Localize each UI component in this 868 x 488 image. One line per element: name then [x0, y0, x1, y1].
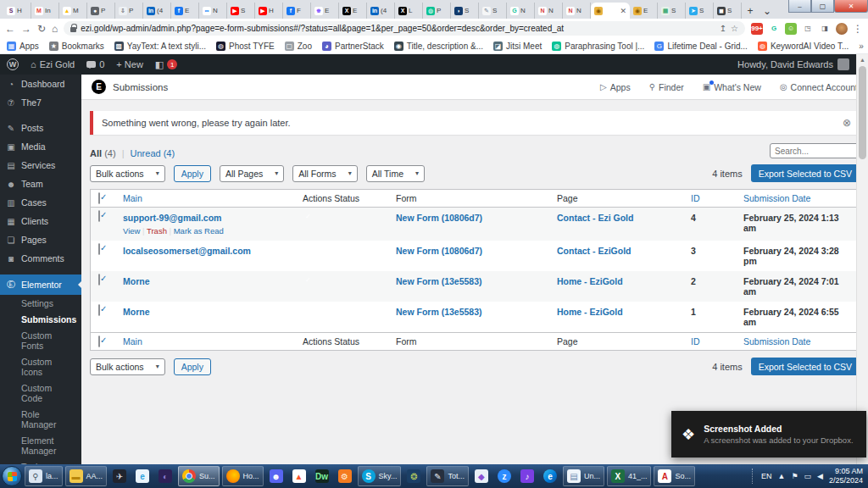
- search-input[interactable]: [770, 143, 860, 158]
- sidebar-submenu-item[interactable]: Role Manager: [0, 406, 81, 432]
- close-button[interactable]: ✕: [834, 0, 868, 13]
- sidebar-submenu-item[interactable]: Custom Code: [0, 380, 81, 406]
- language-indicator[interactable]: EN: [761, 472, 772, 480]
- submission-main-link[interactable]: Morne: [123, 276, 150, 286]
- view-link[interactable]: View: [123, 226, 140, 236]
- taskbar-item[interactable]: S Sky...: [358, 466, 402, 486]
- browser-tab[interactable]: S H: [3, 3, 31, 19]
- sidebar-item[interactable]: ✎ Posts: [0, 119, 81, 137]
- view-all-link[interactable]: All: [90, 148, 102, 158]
- page-link[interactable]: Contact - Ezi Gold: [557, 213, 633, 223]
- bookmark-item[interactable]: ◪ Jitsi Meet: [493, 42, 542, 51]
- taskbar-item[interactable]: ◐: [155, 466, 175, 486]
- column-header-main[interactable]: Main: [118, 190, 298, 207]
- apply-button[interactable]: Apply: [174, 165, 211, 182]
- taskbar-item[interactable]: ⚲ la...: [25, 466, 63, 486]
- taskbar-item[interactable]: Ho...: [222, 466, 264, 486]
- mark-as-read-link[interactable]: Mark as Read: [170, 226, 224, 236]
- export-csv-button[interactable]: Export Selected to CSV: [751, 164, 860, 182]
- row-checkbox[interactable]: [98, 304, 100, 316]
- submission-main-link[interactable]: support-99@gmail.com: [123, 213, 221, 223]
- taskbar-item[interactable]: ▲: [289, 466, 309, 486]
- forms-filter-select[interactable]: All Forms: [292, 165, 357, 182]
- browser-tab[interactable]: ▶ H: [255, 3, 283, 19]
- browser-tab[interactable]: ◉ ✕: [591, 3, 630, 19]
- topbar-action-button[interactable]: ▷ Apps: [600, 82, 631, 92]
- extension-icon[interactable]: G: [768, 23, 780, 35]
- select-all-checkbox[interactable]: [98, 192, 100, 204]
- submission-main-link[interactable]: Morne: [123, 307, 150, 317]
- browser-tab[interactable]: f F: [283, 3, 311, 19]
- scrollbar-up-arrow[interactable]: ▲: [857, 54, 868, 65]
- share-icon[interactable]: ↥: [720, 24, 726, 33]
- browser-tab[interactable]: G N: [507, 3, 535, 19]
- dropbox-notification[interactable]: ❖ Screenshot Added A screenshot was adde…: [671, 411, 866, 458]
- topbar-action-button[interactable]: ◎ Connect Account: [780, 82, 858, 92]
- browser-tab[interactable]: ✎ S: [479, 3, 507, 19]
- footer-header-date[interactable]: Submission Date: [738, 333, 859, 350]
- browser-tab[interactable]: ➤ S: [686, 3, 714, 19]
- sidebar-submenu-item[interactable]: Custom Icons: [0, 353, 81, 380]
- taskbar-clock[interactable]: 9:05 AM 2/25/2024: [829, 467, 863, 486]
- footer-header-id[interactable]: ID: [686, 333, 738, 350]
- minimize-button[interactable]: –: [788, 0, 811, 13]
- extension-icon[interactable]: [836, 23, 848, 35]
- start-button[interactable]: [2, 466, 22, 486]
- scrollbar-thumb[interactable]: [859, 66, 866, 159]
- page-scrollbar[interactable]: ▲: [856, 54, 868, 464]
- bookmarks-overflow-chevron[interactable]: »: [859, 42, 864, 51]
- taskbar-item[interactable]: ⚙: [335, 466, 355, 486]
- wordpress-logo-icon[interactable]: W: [7, 58, 19, 70]
- pages-filter-select[interactable]: All Pages: [220, 165, 284, 182]
- submission-main-link[interactable]: localseosomerset@gmail.com: [123, 246, 251, 256]
- comments-menu[interactable]: 0: [86, 59, 104, 69]
- column-header-date[interactable]: Submission Date: [738, 190, 859, 207]
- sidebar-submenu-item[interactable]: Element Manager: [0, 432, 81, 458]
- browser-tab[interactable]: ▦ S: [658, 3, 686, 19]
- bookmark-item[interactable]: G Lifetime Deal - Grid...: [654, 42, 747, 51]
- taskbar-item[interactable]: z: [494, 466, 515, 486]
- browser-tab[interactable]: ● P: [87, 3, 115, 19]
- browser-tab[interactable]: ▲ M: [59, 3, 87, 19]
- dismiss-notice-icon[interactable]: ⊗: [843, 117, 851, 129]
- taskbar-item[interactable]: A So...: [654, 466, 695, 486]
- row-checkbox[interactable]: [98, 274, 100, 286]
- extension-icon[interactable]: ☺: [785, 23, 797, 35]
- bookmark-item[interactable]: ▩ YayText: A text styli...: [114, 42, 206, 51]
- bulk-actions-select[interactable]: Bulk actions: [90, 165, 165, 182]
- sidebar-item[interactable]: ❏ Pages: [0, 230, 81, 249]
- back-icon[interactable]: ←: [5, 24, 15, 34]
- bookmark-item[interactable]: ◉ Title, description &...: [394, 42, 483, 51]
- row-checkbox[interactable]: [98, 210, 100, 222]
- browser-tab[interactable]: ⇩ P: [115, 3, 143, 19]
- browser-tab[interactable]: X L: [395, 3, 423, 19]
- bookmark-item[interactable]: ★ Bookmarks: [49, 42, 104, 51]
- site-name-menu[interactable]: ⌂ Ezi Gold: [31, 59, 75, 69]
- apply-button-bottom[interactable]: Apply: [174, 358, 211, 375]
- browser-tab[interactable]: M In: [31, 3, 59, 19]
- home-icon[interactable]: ⌂: [52, 24, 58, 34]
- browser-tab[interactable]: N N: [535, 3, 563, 19]
- browser-tab[interactable]: ◼ S: [714, 3, 742, 19]
- sidebar-item[interactable]: ◔ Dashboard: [0, 75, 81, 93]
- sidebar-submenu-item[interactable]: Custom Fonts: [0, 327, 81, 353]
- row-checkbox[interactable]: [98, 243, 100, 255]
- topbar-action-button[interactable]: ▣ What's New: [703, 82, 761, 92]
- browser-menu-icon[interactable]: ⋮: [853, 24, 863, 34]
- page-link[interactable]: Home - EziGold: [557, 307, 623, 317]
- select-all-checkbox-bottom[interactable]: [98, 336, 100, 347]
- browser-tab[interactable]: ♚ E: [311, 3, 339, 19]
- sidebar-item[interactable]: ▦ Clients: [0, 212, 81, 230]
- bookmark-item[interactable]: ◍ KeywordAI Video T...: [758, 42, 849, 51]
- footer-header-main[interactable]: Main: [118, 333, 298, 350]
- bookmark-item[interactable]: ▦ Apps: [7, 42, 39, 51]
- extension-icon[interactable]: 99+: [751, 23, 763, 35]
- sidebar-submenu-item[interactable]: Tools: [0, 458, 81, 464]
- browser-tab[interactable]: ▶ S: [227, 3, 255, 19]
- taskbar-item[interactable]: Dw: [312, 466, 332, 486]
- maximize-button[interactable]: ▢: [811, 0, 834, 13]
- bulk-actions-select-bottom[interactable]: Bulk actions: [90, 358, 165, 375]
- bookmark-item[interactable]: ▢ Zoo: [285, 42, 312, 51]
- sidebar-item[interactable]: ▤ Services: [0, 156, 81, 175]
- extension-icon[interactable]: ◳: [802, 23, 814, 35]
